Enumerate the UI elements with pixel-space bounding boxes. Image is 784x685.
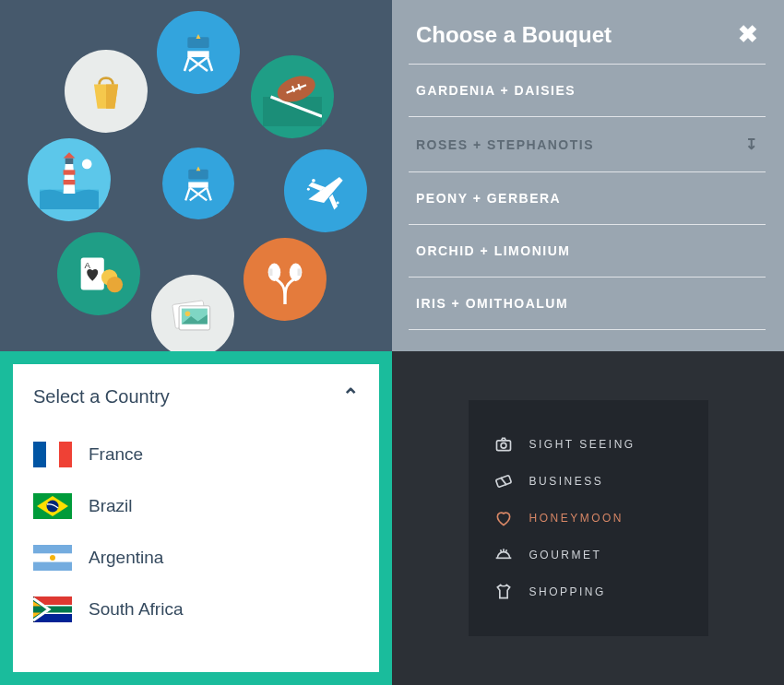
lighthouse-icon[interactable] [28,138,111,221]
activity-item-label: GOURMET [529,549,602,561]
activity-item-dish[interactable]: GOURMET [494,537,683,573]
svg-line-62 [505,549,506,552]
bouquet-title: Choose a Bouquet [416,22,612,48]
bouquet-item-label: ROSES + STEPHANOTIS [416,137,594,152]
svg-rect-18 [269,268,273,276]
svg-point-15 [337,202,339,205]
arrow-down-icon: ↧ [745,136,759,153]
svg-line-38 [185,188,190,201]
svg-point-50 [50,555,55,561]
svg-rect-35 [188,170,208,180]
chair-center-icon[interactable] [162,148,234,219]
shopping-bag-icon[interactable] [65,50,148,133]
bouquet-item-3[interactable]: ORCHID + LIMONIUM [409,225,766,278]
photos-icon[interactable] [151,275,234,358]
activity-item-label: BUSINESS [529,475,604,488]
svg-rect-55 [496,441,510,451]
svg-marker-33 [64,152,76,158]
south-africa-flag-icon [33,596,72,622]
activity-item-label: HONEYMOON [529,512,624,525]
country-item-label: Brazil [89,496,133,516]
svg-point-23 [185,311,191,316]
svg-point-13 [312,179,315,183]
bouquet-item-label: ORCHID + LIMONIUM [416,243,570,258]
svg-rect-0 [187,37,208,48]
country-title: Select a Country [33,386,170,407]
svg-rect-32 [65,159,74,164]
svg-line-39 [207,188,211,201]
svg-marker-1 [196,34,201,39]
country-select-header[interactable]: Select a Country ⌃ [33,384,359,408]
chevron-up-icon: ⌃ [342,384,359,408]
playing-cards-icon[interactable]: A [57,232,140,315]
country-item-brazil[interactable]: Brazil [33,480,359,532]
activity-item-heart[interactable]: HONEYMOON [494,500,683,537]
svg-rect-30 [64,170,76,174]
svg-point-56 [501,443,506,448]
bouquet-item-2[interactable]: PEONY + GERBERA [409,172,766,225]
svg-line-4 [208,57,212,71]
activity-item-ticket[interactable]: BUSINESS [494,463,683,500]
airplane-icon[interactable] [284,149,367,232]
svg-rect-19 [298,268,302,276]
activity-item-tshirt[interactable]: SHOPPING [494,573,683,610]
svg-rect-42 [33,442,46,467]
svg-rect-2 [187,51,208,57]
svg-rect-44 [59,442,72,467]
activity-item-label: SHOPPING [529,585,606,598]
camera-icon [494,435,513,454]
country-item-south-africa[interactable]: South Africa [33,584,359,635]
country-item-label: South Africa [89,599,183,620]
activity-item-camera[interactable]: SIGHT SEEING [494,426,683,463]
football-icon[interactable] [251,55,334,138]
icon-ring-panel: A [0,0,392,351]
bouquet-panel: Choose a Bouquet ✖ GARDENIA + DAISIESROS… [392,0,784,351]
country-item-argentina[interactable]: Argentina [33,532,359,584]
activity-panel: SIGHT SEEINGBUSINESSHONEYMOONGOURMETSHOP… [392,351,784,685]
chair-icon[interactable] [157,11,240,94]
svg-point-27 [107,277,123,292]
brazil-flag-icon [33,493,72,519]
bouquet-item-label: IRIS + OMITHOALUM [416,296,568,311]
bouquet-item-label: PEONY + GERBERA [416,191,561,206]
country-item-label: Argentina [89,548,163,568]
close-icon[interactable]: ✖ [738,20,758,49]
svg-marker-36 [196,167,201,171]
country-item-france[interactable]: France [33,429,359,480]
ticket-icon [494,472,513,490]
activity-item-label: SIGHT SEEING [529,438,636,451]
svg-rect-43 [46,442,59,467]
svg-rect-31 [64,180,76,184]
svg-marker-29 [64,164,76,194]
bouquet-item-0[interactable]: GARDENIA + DAISIES [409,65,766,117]
svg-text:A: A [85,260,91,270]
argentina-flag-icon [33,545,72,571]
heart-icon [494,509,513,527]
dish-icon [494,546,513,564]
svg-point-34 [82,159,92,170]
france-flag-icon [33,442,72,467]
bouquet-item-4[interactable]: IRIS + OMITHOALUM [409,278,766,330]
svg-point-14 [307,188,310,191]
tshirt-icon [494,583,513,601]
svg-point-47 [47,501,59,513]
bouquet-item-1[interactable]: ROSES + STEPHANOTIS↧ [409,117,766,172]
svg-rect-37 [188,182,208,187]
svg-line-61 [500,549,501,552]
svg-rect-54 [33,607,72,613]
svg-line-3 [184,57,189,71]
country-panel: Select a Country ⌃ FranceBrazilArgentina… [0,351,392,685]
earbuds-icon[interactable] [244,238,327,321]
bouquet-item-label: GARDENIA + DAISIES [416,83,576,98]
country-item-label: France [89,444,143,465]
